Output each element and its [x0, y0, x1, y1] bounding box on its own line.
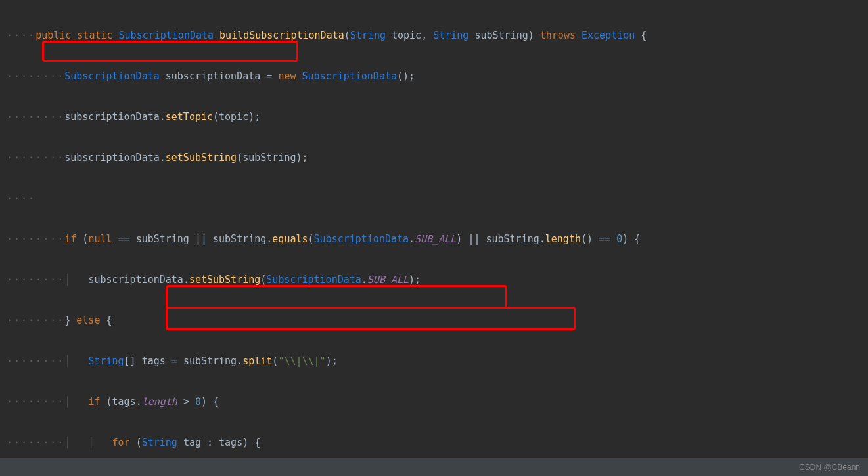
code-line: ········SubscriptionData subscriptionDat…: [0, 66, 868, 87]
code-editor[interactable]: ····public static SubscriptionData build…: [0, 0, 868, 476]
watermark: CSDN @CBeann: [799, 463, 860, 472]
code-line: ········│ │ for (String tag : tags) {: [0, 433, 868, 453]
code-line: ········│ if (tags.length > 0) {: [0, 392, 868, 412]
code-line: ····public static SubscriptionData build…: [0, 26, 868, 46]
code-line: ········│ String[] tags = subString.spli…: [0, 351, 868, 372]
code-line: ········subscriptionData.setSubString(su…: [0, 148, 868, 168]
code-line: ········} else {: [0, 311, 868, 331]
code-line: ········if (null == subString || subStri…: [0, 229, 868, 249]
code-line: ········│ subscriptionData.setSubString(…: [0, 270, 868, 290]
code-line: ········subscriptionData.setTopic(topic)…: [0, 107, 868, 127]
selection-bar: [0, 458, 868, 476]
code-line: ····: [0, 188, 868, 209]
